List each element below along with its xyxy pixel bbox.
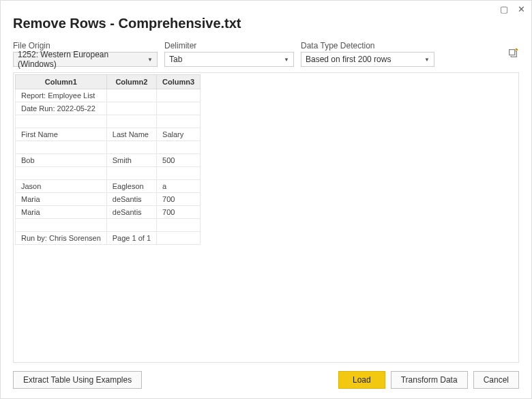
table-cell: Bob: [16, 154, 107, 167]
table-cell: Smith: [106, 154, 156, 167]
table-cell: Run by: Chris Sorensen: [16, 232, 107, 245]
table-cell: [16, 141, 107, 154]
data-type-detection-value: Based on first 200 rows: [306, 55, 391, 64]
table-cell: [106, 102, 156, 115]
delimiter-value: Tab: [169, 55, 182, 64]
table-row[interactable]: First NameLast NameSalary: [16, 128, 201, 141]
table-cell: [16, 219, 107, 232]
column-header[interactable]: Column3: [157, 75, 201, 89]
table-cell: [106, 89, 156, 102]
data-type-detection-group: Data Type Detection Based on first 200 r…: [301, 41, 434, 67]
chevron-down-icon: ▼: [424, 57, 430, 63]
extract-table-button[interactable]: Extract Table Using Examples: [13, 371, 142, 389]
import-preview-dialog: ▢ ✕ Remove Rows - Comprehensive.txt File…: [0, 0, 532, 399]
table-cell: [157, 219, 201, 232]
table-cell: a: [157, 180, 201, 193]
table-cell: Salary: [157, 128, 201, 141]
load-button[interactable]: Load: [338, 371, 385, 389]
data-type-detection-dropdown[interactable]: Based on first 200 rows ▼: [301, 52, 434, 67]
import-options-row: File Origin 1252: Western European (Wind…: [13, 41, 519, 67]
column-header[interactable]: Column2: [106, 75, 156, 89]
dialog-footer: Extract Table Using Examples Load Transf…: [13, 371, 519, 389]
table-cell: [157, 141, 201, 154]
table-cell: 700: [157, 193, 201, 206]
table-cell: Report: Employee List: [16, 89, 107, 102]
table-row[interactable]: MariadeSantis700: [16, 193, 201, 206]
chevron-down-icon: ▼: [147, 57, 153, 63]
dialog-title: Remove Rows - Comprehensive.txt: [13, 16, 519, 31]
file-origin-value: 1252: Western European (Windows): [18, 50, 147, 69]
table-cell: 500: [157, 154, 201, 167]
table-cell: [106, 219, 156, 232]
table-row[interactable]: [16, 115, 201, 128]
table-cell: [16, 167, 107, 180]
delimiter-label: Delimiter: [164, 41, 294, 50]
preview-table: Column1 Column2 Column3 Report: Employee…: [15, 74, 201, 245]
column-header[interactable]: Column1: [16, 75, 107, 89]
table-row[interactable]: Run by: Chris SorensenPage 1 of 1: [16, 232, 201, 245]
table-cell: Maria: [16, 206, 107, 219]
cancel-button[interactable]: Cancel: [473, 371, 519, 389]
table-row[interactable]: [16, 167, 201, 180]
data-preview-area[interactable]: Column1 Column2 Column3 Report: Employee…: [13, 72, 519, 363]
table-row[interactable]: [16, 219, 201, 232]
table-cell: [106, 167, 156, 180]
table-cell: [157, 102, 201, 115]
table-cell: Maria: [16, 193, 107, 206]
file-origin-label: File Origin: [13, 41, 158, 50]
close-icon[interactable]: ✕: [518, 4, 525, 14]
table-row[interactable]: Report: Employee List: [16, 89, 201, 102]
table-cell: Page 1 of 1: [106, 232, 156, 245]
table-row[interactable]: BobSmith500: [16, 154, 201, 167]
table-row[interactable]: Date Run: 2022-05-22: [16, 102, 201, 115]
table-header-row: Column1 Column2 Column3: [16, 75, 201, 89]
window-controls: ▢ ✕: [500, 4, 525, 14]
table-cell: [16, 115, 107, 128]
table-cell: First Name: [16, 128, 107, 141]
chevron-down-icon: ▼: [284, 57, 289, 63]
table-row[interactable]: [16, 141, 201, 154]
table-cell: [157, 115, 201, 128]
table-cell: deSantis: [106, 206, 156, 219]
table-cell: [157, 167, 201, 180]
file-origin-dropdown[interactable]: 1252: Western European (Windows) ▼: [13, 52, 158, 67]
table-cell: [106, 141, 156, 154]
table-cell: Date Run: 2022-05-22: [16, 102, 107, 115]
table-cell: Jason: [16, 180, 107, 193]
file-origin-group: File Origin 1252: Western European (Wind…: [13, 41, 158, 67]
maximize-icon[interactable]: ▢: [500, 4, 508, 14]
table-cell: [157, 232, 201, 245]
table-cell: deSantis: [106, 193, 156, 206]
table-cell: 700: [157, 206, 201, 219]
table-cell: [157, 89, 201, 102]
table-cell: Last Name: [106, 128, 156, 141]
transform-data-button[interactable]: Transform Data: [391, 371, 468, 389]
data-type-detection-label: Data Type Detection: [301, 41, 434, 50]
table-row[interactable]: JasonEaglesona: [16, 180, 201, 193]
table-cell: Eagleson: [106, 180, 156, 193]
table-cell: [106, 115, 156, 128]
table-row[interactable]: MariadeSantis700: [16, 206, 201, 219]
refresh-icon[interactable]: [507, 47, 519, 59]
delimiter-dropdown[interactable]: Tab ▼: [164, 52, 294, 67]
delimiter-group: Delimiter Tab ▼: [164, 41, 294, 67]
